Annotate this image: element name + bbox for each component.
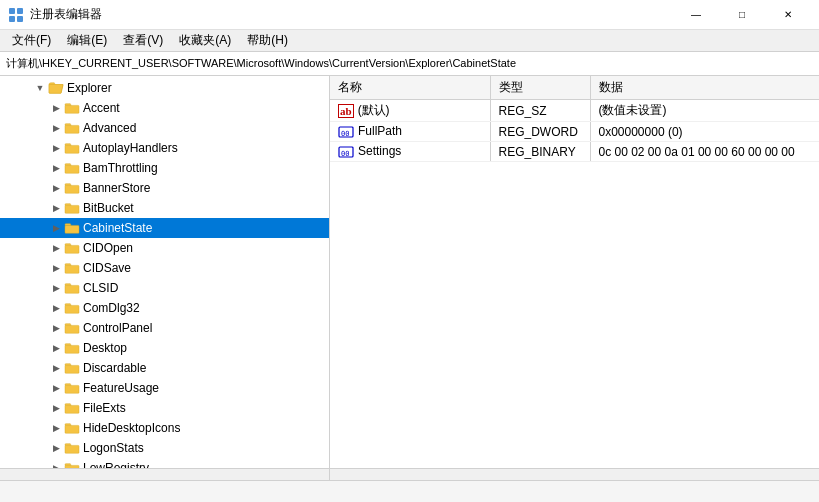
main-content: ▼ Explorer▶ Accent▶ Advanced▶ AutoplayHa… bbox=[0, 76, 819, 468]
tree-item-cidopen[interactable]: ▶ CIDOpen bbox=[0, 238, 329, 258]
tree-label-cidsave: CIDSave bbox=[83, 261, 131, 275]
ab-icon: ab bbox=[338, 104, 354, 118]
menu-favorites[interactable]: 收藏夹(A) bbox=[171, 30, 239, 51]
svg-rect-19 bbox=[65, 405, 79, 413]
cell-type-default: REG_SZ bbox=[490, 100, 590, 122]
close-button[interactable]: ✕ bbox=[765, 0, 811, 30]
svg-rect-21 bbox=[65, 445, 79, 453]
tree-item-desktop[interactable]: ▶ Desktop bbox=[0, 338, 329, 358]
app-title: 注册表编辑器 bbox=[30, 6, 673, 23]
tree-item-cabinetstate[interactable]: ▶ CabinetState bbox=[0, 218, 329, 238]
breadcrumb-path: 计算机\HKEY_CURRENT_USER\SOFTWARE\Microsoft… bbox=[6, 56, 516, 71]
tree-expand-desktop[interactable]: ▶ bbox=[48, 340, 64, 356]
tree-item-bannerstore[interactable]: ▶ BannerStore bbox=[0, 178, 329, 198]
tree-label-logonstats: LogonStats bbox=[83, 441, 144, 455]
folder-icon-controlpanel bbox=[64, 320, 80, 336]
tree-expand-cidsave[interactable]: ▶ bbox=[48, 260, 64, 276]
tree-expand-discardable[interactable]: ▶ bbox=[48, 360, 64, 376]
tree-label-bamthrottling: BamThrottling bbox=[83, 161, 158, 175]
col-header-type[interactable]: 类型 bbox=[490, 76, 590, 100]
folder-icon-cidsave bbox=[64, 260, 80, 276]
svg-rect-12 bbox=[65, 265, 79, 273]
table-row-default[interactable]: ab(默认)REG_SZ(数值未设置) bbox=[330, 100, 819, 122]
folder-icon-bannerstore bbox=[64, 180, 80, 196]
tree-expand-bannerstore[interactable]: ▶ bbox=[48, 180, 64, 196]
menu-help[interactable]: 帮助(H) bbox=[239, 30, 296, 51]
svg-rect-10 bbox=[65, 225, 79, 233]
tree-item-lowregistry[interactable]: ▶ LowRegistry bbox=[0, 458, 329, 468]
tree-item-bamthrottling[interactable]: ▶ BamThrottling bbox=[0, 158, 329, 178]
tree-expand-lowregistry[interactable]: ▶ bbox=[48, 460, 64, 468]
tree-label-controlpanel: ControlPanel bbox=[83, 321, 152, 335]
tree-expand-fileexts[interactable]: ▶ bbox=[48, 400, 64, 416]
svg-rect-7 bbox=[65, 165, 79, 173]
tree-item-fileexts[interactable]: ▶ FileExts bbox=[0, 398, 329, 418]
tree-item-logonstats[interactable]: ▶ LogonStats bbox=[0, 438, 329, 458]
menu-file[interactable]: 文件(F) bbox=[4, 30, 59, 51]
tree-expand-advanced[interactable]: ▶ bbox=[48, 120, 64, 136]
tree-label-cabinetstate: CabinetState bbox=[83, 221, 152, 235]
detail-panel[interactable]: 名称 类型 数据 ab(默认)REG_SZ(数值未设置) 00 FullPath… bbox=[330, 76, 819, 468]
folder-icon-desktop bbox=[64, 340, 80, 356]
tree-expand-accent[interactable]: ▶ bbox=[48, 100, 64, 116]
folder-icon-bamthrottling bbox=[64, 160, 80, 176]
svg-rect-18 bbox=[65, 385, 79, 393]
tree-label-bitbucket: BitBucket bbox=[83, 201, 134, 215]
minimize-button[interactable]: — bbox=[673, 0, 719, 30]
tree-expand-comdlg32[interactable]: ▶ bbox=[48, 300, 64, 316]
tree-label-featureusage: FeatureUsage bbox=[83, 381, 159, 395]
cell-name-settings: 00 Settings bbox=[330, 142, 490, 162]
tree-label-accent: Accent bbox=[83, 101, 120, 115]
tree-expand-autoplay[interactable]: ▶ bbox=[48, 140, 64, 156]
svg-rect-14 bbox=[65, 305, 79, 313]
tree-item-controlpanel[interactable]: ▶ ControlPanel bbox=[0, 318, 329, 338]
h-scroll-area bbox=[0, 468, 819, 480]
tree-item-clsid[interactable]: ▶ CLSID bbox=[0, 278, 329, 298]
tree-expand-cidopen[interactable]: ▶ bbox=[48, 240, 64, 256]
tree-label-fileexts: FileExts bbox=[83, 401, 126, 415]
cell-type-fullpath: REG_DWORD bbox=[490, 122, 590, 142]
tree-expand-cabinetstate[interactable]: ▶ bbox=[48, 220, 64, 236]
tree-item-cidsave[interactable]: ▶ CIDSave bbox=[0, 258, 329, 278]
tree-item-autoplay[interactable]: ▶ AutoplayHandlers bbox=[0, 138, 329, 158]
folder-icon-hidedeskicons bbox=[64, 420, 80, 436]
folder-icon-bitbucket bbox=[64, 200, 80, 216]
binary-icon: 00 bbox=[338, 145, 354, 159]
tree-expand-bamthrottling[interactable]: ▶ bbox=[48, 160, 64, 176]
cell-name-fullpath: 00 FullPath bbox=[330, 122, 490, 142]
svg-rect-13 bbox=[65, 285, 79, 293]
tree-label-cidopen: CIDOpen bbox=[83, 241, 133, 255]
maximize-button[interactable]: □ bbox=[719, 0, 765, 30]
tree-expand-controlpanel[interactable]: ▶ bbox=[48, 320, 64, 336]
table-row-fullpath[interactable]: 00 FullPathREG_DWORD0x00000000 (0) bbox=[330, 122, 819, 142]
tree-expand-clsid[interactable]: ▶ bbox=[48, 280, 64, 296]
tree-item-discardable[interactable]: ▶ Discardable bbox=[0, 358, 329, 378]
tree-item-bitbucket[interactable]: ▶ BitBucket bbox=[0, 198, 329, 218]
tree-expand-explorer[interactable]: ▼ bbox=[32, 80, 48, 96]
dword-icon: 00 bbox=[338, 125, 354, 139]
svg-rect-4 bbox=[65, 105, 79, 113]
menu-edit[interactable]: 编辑(E) bbox=[59, 30, 115, 51]
tree-expand-featureusage[interactable]: ▶ bbox=[48, 380, 64, 396]
menu-view[interactable]: 查看(V) bbox=[115, 30, 171, 51]
tree-item-accent[interactable]: ▶ Accent bbox=[0, 98, 329, 118]
hscroll-left bbox=[0, 469, 330, 480]
registry-table: 名称 类型 数据 ab(默认)REG_SZ(数值未设置) 00 FullPath… bbox=[330, 76, 819, 162]
tree-label-explorer: Explorer bbox=[67, 81, 112, 95]
tree-expand-hidedeskicons[interactable]: ▶ bbox=[48, 420, 64, 436]
title-bar: 注册表编辑器 — □ ✕ bbox=[0, 0, 819, 30]
col-header-name[interactable]: 名称 bbox=[330, 76, 490, 100]
tree-item-explorer[interactable]: ▼ Explorer bbox=[0, 78, 329, 98]
cell-data-fullpath: 0x00000000 (0) bbox=[590, 122, 819, 142]
tree-panel[interactable]: ▼ Explorer▶ Accent▶ Advanced▶ AutoplayHa… bbox=[0, 76, 330, 468]
table-row-settings[interactable]: 00 SettingsREG_BINARY0c 00 02 00 0a 01 0… bbox=[330, 142, 819, 162]
tree-item-advanced[interactable]: ▶ Advanced bbox=[0, 118, 329, 138]
folder-icon-fileexts bbox=[64, 400, 80, 416]
tree-expand-logonstats[interactable]: ▶ bbox=[48, 440, 64, 456]
tree-item-featureusage[interactable]: ▶ FeatureUsage bbox=[0, 378, 329, 398]
tree-expand-bitbucket[interactable]: ▶ bbox=[48, 200, 64, 216]
col-header-data[interactable]: 数据 bbox=[590, 76, 819, 100]
tree-label-autoplay: AutoplayHandlers bbox=[83, 141, 178, 155]
tree-item-comdlg32[interactable]: ▶ ComDlg32 bbox=[0, 298, 329, 318]
tree-item-hidedeskicons[interactable]: ▶ HideDesktopIcons bbox=[0, 418, 329, 438]
